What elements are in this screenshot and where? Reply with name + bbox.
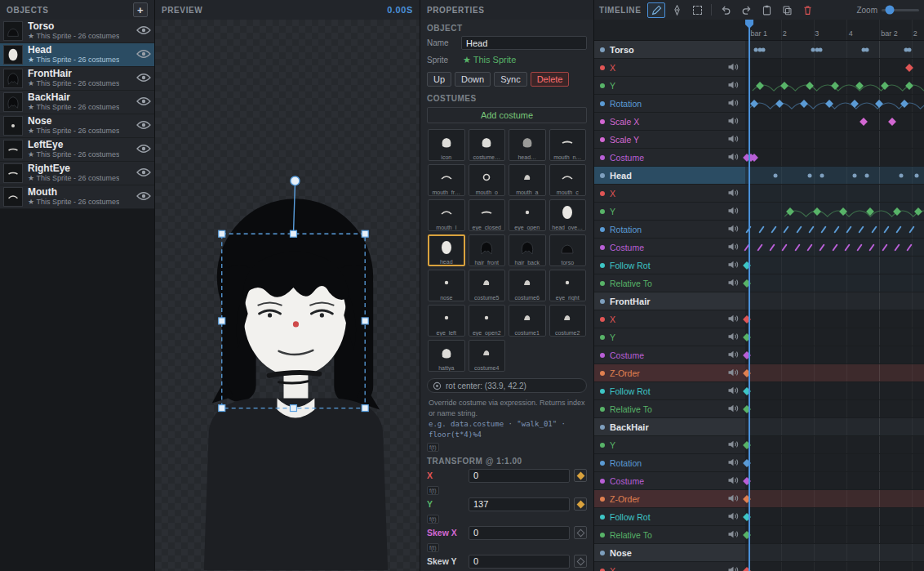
costume-costume2[interactable]: costume2 (549, 305, 587, 337)
costume-head-[interactable]: head… (509, 129, 546, 161)
visibility-eye-icon[interactable] (136, 25, 151, 37)
keyframe[interactable] (888, 118, 896, 126)
keyframe[interactable] (869, 243, 875, 251)
keyframe[interactable] (758, 225, 764, 233)
costume-head[interactable]: head (428, 234, 465, 266)
skew-y-input[interactable] (469, 555, 570, 569)
speaker-mute-icon[interactable] (727, 80, 740, 91)
ft-expression-chip[interactable]: f(t) (427, 543, 439, 552)
delete-button[interactable]: Delete (531, 72, 570, 87)
timeline-prop-backhair-z-order[interactable]: Z-Order (594, 490, 924, 508)
keyframe[interactable] (915, 173, 919, 177)
down-button[interactable]: Down (455, 72, 491, 87)
keyframe[interactable] (833, 225, 839, 233)
keyframe[interactable] (808, 225, 814, 233)
costume-hattya[interactable]: hattya (428, 340, 465, 372)
costume-hair-back[interactable]: hair_back (509, 234, 546, 266)
speaker-mute-icon[interactable] (727, 493, 740, 504)
undo-button[interactable] (717, 2, 735, 18)
timeline-prop-fronthair-costume[interactable]: Costume (594, 346, 924, 364)
object-item-backhair[interactable]: BackHair★ This Sprite - 26 costumes (0, 91, 154, 114)
keyframe[interactable] (906, 64, 914, 72)
timeline-prop-backhair-relative-to[interactable]: Relative To (594, 526, 924, 544)
keyframe[interactable] (852, 173, 856, 177)
delete-keys-button[interactable] (798, 2, 816, 18)
costume-costume6[interactable]: costume6 (509, 270, 546, 301)
ruler-canvas[interactable]: bar 1234bar 22 (745, 20, 924, 41)
keyframe-diamond-button[interactable] (574, 469, 587, 482)
timeline-ruler[interactable]: bar 1234bar 22 (594, 20, 924, 41)
object-item-righteye[interactable]: RightEye★ This Sprite - 26 costumes (0, 162, 154, 185)
speaker-mute-icon[interactable] (727, 224, 740, 234)
keyframe[interactable] (832, 243, 837, 251)
timeline-prop-head-x[interactable]: X (594, 185, 924, 203)
keyframe[interactable] (859, 225, 864, 233)
sprite-value[interactable]: ★ This Sprite (461, 54, 587, 66)
timeline-track-backhair[interactable]: BackHair (594, 418, 924, 436)
speaker-mute-icon[interactable] (727, 404, 740, 414)
speaker-mute-icon[interactable] (727, 98, 740, 109)
keyframe[interactable] (794, 243, 800, 251)
timeline-prop-head-follow-rot[interactable]: Follow Rot (594, 257, 924, 274)
speaker-mute-icon[interactable] (727, 386, 740, 396)
keyframe-diamond-button[interactable] (574, 555, 587, 568)
speaker-mute-icon[interactable] (727, 152, 740, 163)
keyframe[interactable] (757, 243, 762, 251)
visibility-eye-icon[interactable] (136, 120, 151, 132)
costume-mouth-n-[interactable]: mouth_n… (549, 129, 587, 161)
keyframe[interactable] (883, 225, 889, 233)
costume-mouth-fr-[interactable]: mouth_fr… (428, 164, 465, 196)
keyframe[interactable] (821, 225, 827, 233)
keyframe[interactable] (908, 225, 914, 233)
costume-costume5[interactable]: costume5 (469, 270, 506, 301)
keyframe[interactable] (846, 225, 851, 233)
timeline-prop-torso-scale-x[interactable]: Scale X (594, 113, 924, 131)
keyframe[interactable] (896, 225, 902, 233)
costume-eye-right[interactable]: eye_right (549, 270, 587, 301)
visibility-eye-icon[interactable] (136, 49, 151, 60)
keyframe[interactable] (864, 173, 868, 177)
timeline-prop-backhair-follow-rot[interactable]: Follow Rot (594, 508, 924, 526)
costume-costume1[interactable]: costume1 (509, 305, 546, 337)
keyframe[interactable] (844, 243, 850, 251)
speaker-mute-icon[interactable] (727, 206, 740, 216)
visibility-eye-icon[interactable] (136, 191, 151, 203)
speaker-mute-icon[interactable] (727, 278, 740, 288)
keyframe[interactable] (860, 118, 868, 126)
timeline-prop-head-relative-to[interactable]: Relative To (594, 274, 924, 292)
speaker-mute-icon[interactable] (727, 188, 740, 199)
copy-button[interactable] (778, 2, 796, 18)
object-item-nose[interactable]: Nose★ This Sprite - 26 costumes (0, 114, 154, 138)
object-item-mouth[interactable]: Mouth★ This Sprite - 26 costumes (0, 185, 154, 209)
selection-box[interactable] (155, 20, 420, 571)
costume-costume-[interactable]: costume… (469, 129, 506, 161)
speaker-mute-icon[interactable] (727, 565, 740, 571)
redo-button[interactable] (737, 2, 755, 18)
rotate-handle[interactable] (291, 176, 300, 185)
zoom-slider-knob[interactable] (886, 6, 895, 15)
speaker-mute-icon[interactable] (727, 368, 740, 378)
timeline-prop-backhair-y[interactable]: Y (594, 436, 924, 454)
keyframe[interactable] (769, 243, 775, 251)
playhead[interactable] (749, 20, 750, 571)
resize-handles[interactable] (219, 230, 368, 411)
speaker-mute-icon[interactable] (727, 511, 740, 522)
timeline-prop-head-rotation[interactable]: Rotation (594, 221, 924, 239)
expression-ft-chip[interactable]: f(t) (427, 443, 439, 452)
timeline-prop-fronthair-relative-to[interactable]: Relative To (594, 400, 924, 418)
add-costume-button[interactable]: Add costume (427, 107, 587, 123)
costume-nose[interactable]: nose (428, 270, 465, 301)
speaker-mute-icon[interactable] (727, 134, 740, 145)
costume-hair-front[interactable]: hair_front (469, 234, 506, 266)
speaker-mute-icon[interactable] (727, 116, 740, 127)
costume-mouth-a[interactable]: mouth_a (509, 164, 546, 196)
keyframe[interactable] (864, 47, 868, 51)
timeline-track-head[interactable]: Head (594, 167, 924, 185)
speaker-mute-icon[interactable] (727, 475, 740, 486)
speaker-mute-icon[interactable] (727, 332, 740, 342)
costume-eye-left[interactable]: eye_left (428, 305, 465, 337)
timeline-track-nose[interactable]: Nose (594, 544, 924, 562)
keyframe[interactable] (820, 173, 824, 177)
object-item-torso[interactable]: Torso★ This Sprite - 26 costumes (0, 20, 154, 43)
timeline-prop-torso-y[interactable]: Y (594, 77, 924, 95)
